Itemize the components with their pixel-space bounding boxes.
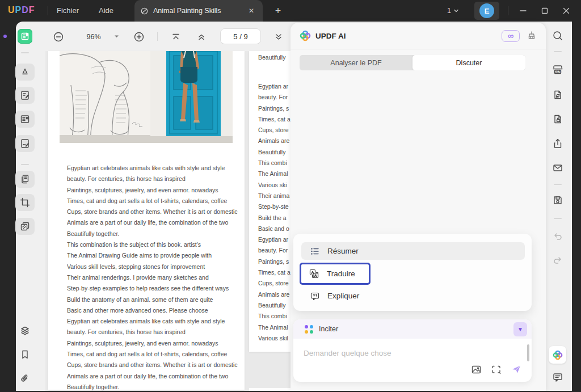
redo-button[interactable] bbox=[548, 252, 567, 269]
divider bbox=[157, 32, 158, 41]
menu-item-label: Expliquer bbox=[327, 292, 359, 300]
add-image-icon[interactable] bbox=[471, 364, 482, 375]
chevron-down-icon bbox=[453, 9, 459, 13]
protect-pdf-button[interactable] bbox=[548, 111, 567, 128]
menu-item-label: Traduire bbox=[327, 269, 355, 278]
ocr-icon: OCR bbox=[551, 64, 564, 76]
maximize-button[interactable] bbox=[533, 0, 556, 22]
prompt-presets-toggle[interactable]: ▼ bbox=[513, 322, 527, 336]
translate-icon bbox=[309, 268, 319, 279]
minimize-icon bbox=[520, 7, 527, 14]
feedback-button[interactable] bbox=[548, 369, 567, 386]
app-indicator-dot bbox=[3, 35, 7, 38]
tab-analyser-le-pdf[interactable]: Analyser le PDF bbox=[300, 55, 412, 70]
previous-page-button[interactable] bbox=[195, 30, 208, 44]
pdf-text-line: Egyptian art celebrates animals like cat… bbox=[67, 163, 240, 174]
logo-letter: P bbox=[15, 5, 22, 15]
divider bbox=[554, 184, 562, 185]
caret-down-icon: ▼ bbox=[517, 326, 523, 332]
attachments-panel-button[interactable] bbox=[15, 370, 35, 387]
organize-pages-button[interactable] bbox=[15, 171, 35, 188]
pdf-text-line: This combination is the subject of this … bbox=[67, 239, 240, 250]
send-icon[interactable] bbox=[511, 364, 522, 375]
form-icon bbox=[19, 113, 31, 125]
search-button[interactable] bbox=[548, 27, 567, 44]
menu-fichier[interactable]: Fichier bbox=[50, 0, 86, 22]
summarize-icon bbox=[310, 246, 320, 256]
updf-app-window: UPDF Fichier Aide Animal Painting Skills… bbox=[0, 0, 581, 392]
window-count-dropdown[interactable]: 1 bbox=[447, 0, 459, 22]
document-tab[interactable]: Animal Painting Skills ✕ bbox=[134, 0, 263, 22]
ai-message-input[interactable]: Demander quelque chose bbox=[304, 347, 491, 360]
menu-item-traduire[interactable]: Traduire bbox=[300, 263, 371, 285]
form-tool-button[interactable] bbox=[15, 111, 35, 128]
divider bbox=[554, 218, 562, 219]
page-number-input[interactable]: 5 / 9 bbox=[220, 28, 261, 44]
menu-item-resumer[interactable]: Résumer bbox=[301, 242, 525, 260]
new-tab-button[interactable]: + bbox=[271, 4, 285, 18]
crop-tool-button[interactable] bbox=[15, 194, 35, 211]
pdf-text-line: Times, cat and dog art sells a lot of t-… bbox=[67, 349, 240, 360]
input-actions bbox=[471, 364, 522, 375]
save-button[interactable] bbox=[548, 192, 567, 209]
ai-unlimited-button[interactable]: ∞ bbox=[502, 30, 520, 42]
sign-tool-button[interactable] bbox=[15, 135, 35, 152]
pdf-text-line: Cups, store brands and other items. Whet… bbox=[67, 360, 240, 370]
updf-logo: UPDF bbox=[8, 5, 35, 15]
edit-tool-button[interactable] bbox=[15, 87, 35, 104]
svg-text:OCR: OCR bbox=[555, 70, 561, 73]
input-scrollbar[interactable] bbox=[527, 344, 529, 361]
maximize-icon bbox=[541, 7, 548, 14]
ai-panel-header: UPDF AI ∞ bbox=[290, 23, 546, 49]
menu-item-expliquer[interactable]: Expliquer bbox=[301, 287, 525, 305]
ai-assistant-button[interactable] bbox=[549, 346, 566, 364]
crop-icon bbox=[19, 197, 31, 208]
undo-button[interactable] bbox=[548, 228, 567, 245]
clear-chat-icon[interactable] bbox=[527, 31, 537, 41]
pdf-text-line: Paintings, sculptures, jewelry, and even… bbox=[67, 185, 240, 196]
logo-letter: F bbox=[29, 5, 35, 15]
pdf-text-line: Step-by-step examples to help readers se… bbox=[67, 283, 240, 294]
zoom-level-value[interactable]: 96% bbox=[81, 29, 106, 44]
ocr-button[interactable]: OCR bbox=[548, 61, 567, 78]
pdf-text-line: Animals are a part of our daily life, th… bbox=[67, 217, 240, 228]
prompt-presets-row[interactable]: Inciter ▼ bbox=[293, 319, 532, 339]
reader-mode-button[interactable] bbox=[18, 29, 32, 44]
go-top-icon bbox=[171, 32, 180, 41]
zoom-dropdown-button[interactable] bbox=[112, 32, 121, 41]
minimize-button[interactable] bbox=[512, 0, 534, 22]
search-icon bbox=[552, 30, 563, 41]
tab-close-icon[interactable]: ✕ bbox=[246, 6, 257, 16]
zoom-out-button[interactable] bbox=[52, 30, 65, 44]
divider bbox=[508, 6, 508, 15]
layers-panel-button[interactable] bbox=[15, 322, 35, 339]
pdf-text-line: Egyptian art celebrates animals like cat… bbox=[67, 316, 240, 327]
bookmark-icon bbox=[19, 349, 31, 360]
save-icon bbox=[552, 195, 563, 206]
next-page-button[interactable] bbox=[272, 30, 285, 44]
convert-tool-button[interactable] bbox=[15, 218, 35, 235]
divider bbox=[554, 51, 562, 52]
tab-title: Animal Painting Skills bbox=[153, 7, 246, 15]
convert-pdf-button[interactable] bbox=[548, 86, 567, 103]
doc-lock-icon bbox=[552, 113, 563, 125]
pdf-text-line: Various skill levels, stepping stones fo… bbox=[67, 262, 240, 272]
prompt-presets-label: Inciter bbox=[319, 325, 513, 333]
tab-discuter[interactable]: Discuter bbox=[412, 55, 525, 70]
first-page-button[interactable] bbox=[169, 30, 183, 44]
account-button[interactable]: E bbox=[474, 2, 499, 20]
menu-aide[interactable]: Aide bbox=[92, 0, 120, 22]
pdf-text-block: Egyptian art celebrates animals like cat… bbox=[67, 163, 240, 392]
bookmarks-panel-button[interactable] bbox=[15, 346, 35, 363]
mail-button[interactable] bbox=[548, 159, 567, 176]
screenshot-icon[interactable] bbox=[491, 364, 502, 375]
comment-tool-button[interactable] bbox=[15, 64, 35, 81]
titlebar: UPDF Fichier Aide Animal Painting Skills… bbox=[0, 0, 581, 22]
window-edge bbox=[572, 22, 581, 392]
pdf-text-line: Their animal renderings. I provide many … bbox=[67, 272, 240, 283]
share-button[interactable] bbox=[548, 135, 567, 152]
zoom-in-button[interactable] bbox=[132, 30, 146, 44]
explain-icon bbox=[310, 291, 320, 301]
close-window-button[interactable] bbox=[555, 0, 578, 22]
pdf-text-line: Paintings, sculptures, jewelry, and even… bbox=[67, 338, 240, 349]
